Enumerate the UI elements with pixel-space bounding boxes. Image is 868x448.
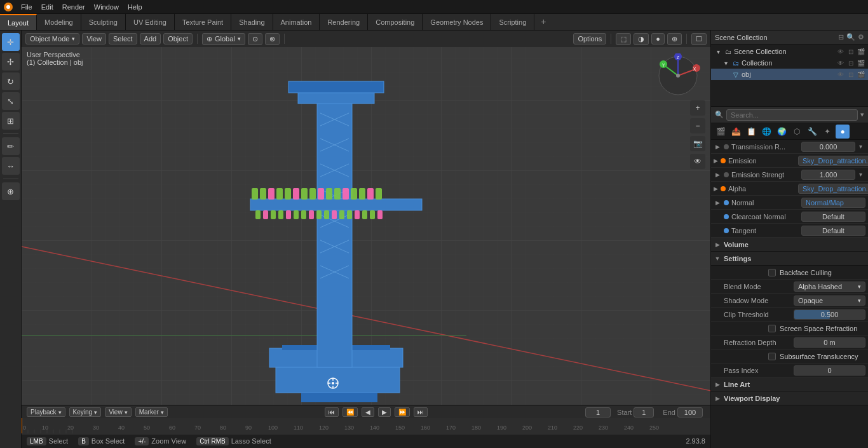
tool-move[interactable]: ✢ bbox=[2, 53, 20, 71]
tab-scripting[interactable]: Scripting bbox=[491, 14, 534, 30]
obj-viewport-btn[interactable]: 👁 bbox=[836, 70, 845, 79]
tool-annotate[interactable]: ✏ bbox=[2, 137, 20, 155]
settings-section-header[interactable]: ▼ Settings bbox=[711, 252, 868, 266]
transmission-expand[interactable]: ▶ bbox=[714, 143, 721, 151]
menu-help[interactable]: Help bbox=[123, 2, 147, 12]
timeline-view-dropdown[interactable]: View bbox=[105, 407, 132, 417]
viewport-zoom-out[interactable]: − bbox=[690, 118, 705, 133]
proportional-btn[interactable]: ⊗ bbox=[265, 33, 280, 45]
options-btn[interactable]: Options bbox=[573, 33, 606, 44]
play-btn[interactable]: ▶ bbox=[378, 407, 391, 417]
emission-expand[interactable]: ▶ bbox=[714, 157, 718, 165]
tab-rendering[interactable]: Rendering bbox=[320, 14, 368, 30]
start-frame-input[interactable] bbox=[634, 407, 654, 417]
refraction-depth-value[interactable]: 0 m bbox=[794, 337, 865, 348]
outliner-row-scene-collection[interactable]: ▾ 🗂 Scene Collection 👁 ⊡ 🎬 bbox=[711, 46, 868, 57]
props-scene-icon[interactable]: 🌐 bbox=[759, 125, 773, 139]
subsurface-translucency-checkbox[interactable] bbox=[768, 353, 776, 360]
navigation-gizmo[interactable]: X Y Z bbox=[656, 53, 700, 98]
tab-add-button[interactable]: + bbox=[534, 14, 552, 30]
shadow-mode-select[interactable]: Opaque ▾ bbox=[794, 295, 865, 306]
viewport-shading-solid[interactable]: ◑ bbox=[634, 33, 649, 45]
blend-mode-select[interactable]: Alpha Hashed ▾ bbox=[794, 282, 865, 292]
reverse-play-btn[interactable]: ◀ bbox=[362, 407, 374, 417]
viewport-eye[interactable]: 👁 bbox=[690, 154, 705, 169]
normal-expand[interactable]: ▶ bbox=[714, 199, 721, 207]
screen-space-refraction-checkbox[interactable] bbox=[768, 325, 776, 332]
restrict-render-btn[interactable]: 🎬 bbox=[857, 47, 865, 56]
coll-select-btn[interactable]: ⊡ bbox=[846, 58, 855, 67]
end-frame-input[interactable] bbox=[677, 407, 703, 417]
marker-dropdown[interactable]: Marker bbox=[135, 407, 168, 417]
coll-render-btn[interactable]: 🎬 bbox=[857, 58, 865, 67]
next-keyframe-btn[interactable]: ⏩ bbox=[395, 407, 410, 417]
props-object-icon[interactable]: ⬡ bbox=[790, 125, 804, 139]
volume-section-header[interactable]: ▶ Volume bbox=[711, 238, 868, 252]
emission-strength-expand[interactable]: ▶ bbox=[714, 171, 721, 179]
playback-dropdown[interactable]: Playback bbox=[27, 407, 65, 417]
tab-texture-paint[interactable]: Texture Paint bbox=[175, 14, 231, 30]
jump-to-end-btn[interactable]: ⏭ bbox=[414, 407, 428, 417]
normal-value[interactable]: Normal/Map bbox=[801, 198, 865, 208]
props-modifier-icon[interactable]: 🔧 bbox=[805, 125, 819, 139]
xray-toggle[interactable]: ☐ bbox=[691, 33, 707, 45]
menu-edit[interactable]: Edit bbox=[37, 2, 58, 12]
timeline-ruler[interactable]: 0 10 20 30 40 50 60 70 80 90 100 110 120… bbox=[22, 419, 710, 435]
viewport-zoom-in[interactable]: + bbox=[690, 100, 705, 116]
tab-sculpting[interactable]: Sculpting bbox=[81, 14, 126, 30]
jump-to-start-btn[interactable]: ⏮ bbox=[325, 407, 339, 417]
object-menu-btn[interactable]: Object bbox=[163, 33, 193, 44]
outliner-search-icon[interactable]: 🔍 bbox=[846, 33, 855, 41]
add-menu-btn[interactable]: Add bbox=[140, 33, 161, 44]
current-frame-input[interactable] bbox=[585, 407, 611, 417]
obj-select-btn[interactable]: ⊡ bbox=[846, 70, 855, 79]
line-art-section-header[interactable]: ▶ Line Art bbox=[711, 377, 868, 391]
tab-layout[interactable]: Layout bbox=[0, 14, 37, 30]
tangent-value[interactable]: Default bbox=[801, 226, 865, 236]
viewport-shading-wire[interactable]: ⬚ bbox=[616, 33, 631, 45]
props-filter-btn[interactable]: ▾ bbox=[860, 111, 864, 119]
clearcoat-normal-value[interactable]: Default bbox=[801, 212, 865, 222]
viewport-camera[interactable]: 📷 bbox=[690, 136, 705, 151]
outliner-filter-icon[interactable]: ⊟ bbox=[838, 33, 844, 41]
tool-scale[interactable]: ⤡ bbox=[2, 92, 20, 110]
emission-strength-extra[interactable]: ▾ bbox=[855, 171, 865, 178]
clip-threshold-value[interactable]: 0.500 bbox=[794, 309, 865, 320]
restrict-viewport-btn[interactable]: 👁 bbox=[836, 47, 845, 56]
transmission-extra-btn[interactable]: ▾ bbox=[855, 143, 865, 150]
alpha-link[interactable]: Sky_Drop_attraction... bbox=[798, 184, 868, 194]
tool-add-cube[interactable]: ⊕ bbox=[2, 182, 20, 200]
properties-search-input[interactable] bbox=[726, 109, 858, 121]
emission-strength-value[interactable]: 1.000 bbox=[801, 170, 855, 180]
outliner-row-collection[interactable]: ▾ 🗂 Collection 👁 ⊡ 🎬 bbox=[711, 57, 868, 69]
object-mode-dropdown[interactable]: Object Mode bbox=[25, 33, 79, 44]
keying-dropdown[interactable]: Keying bbox=[69, 407, 102, 417]
menu-window[interactable]: Window bbox=[90, 2, 123, 12]
tab-modeling[interactable]: Modeling bbox=[37, 14, 81, 30]
menu-render[interactable]: Render bbox=[58, 2, 90, 12]
props-particles-icon[interactable]: ✦ bbox=[820, 125, 834, 139]
tab-compositing[interactable]: Compositing bbox=[368, 14, 423, 30]
viewport-canvas[interactable] bbox=[22, 31, 710, 448]
tool-cursor[interactable]: ✛ bbox=[2, 33, 20, 51]
viewport-area[interactable]: Object Mode View Select Add Object ⊕ Glo… bbox=[22, 31, 710, 448]
tab-animation[interactable]: Animation bbox=[273, 14, 320, 30]
view-menu-btn[interactable]: View bbox=[82, 33, 106, 44]
props-material-icon[interactable]: ● bbox=[836, 125, 850, 139]
tab-uv-editing[interactable]: UV Editing bbox=[126, 14, 175, 30]
viewport-display-section-header[interactable]: ▶ Viewport Display bbox=[711, 391, 868, 405]
select-menu-btn[interactable]: Select bbox=[109, 33, 137, 44]
props-view-layer-icon[interactable]: 📋 bbox=[744, 125, 758, 139]
emission-link[interactable]: Sky_Drop_attraction... bbox=[798, 156, 868, 166]
transform-space-dropdown[interactable]: ⊕ Global bbox=[202, 33, 245, 45]
transmission-value[interactable]: 0.000 bbox=[801, 142, 855, 152]
prev-keyframe-btn[interactable]: ⏪ bbox=[342, 407, 358, 417]
restrict-select-btn[interactable]: ⊡ bbox=[846, 47, 855, 56]
snap-btn[interactable]: ⊙ bbox=[248, 33, 262, 45]
tool-measure[interactable]: ↔ bbox=[2, 157, 20, 175]
tab-geometry-nodes[interactable]: Geometry Nodes bbox=[423, 14, 491, 30]
tool-rotate[interactable]: ↻ bbox=[2, 72, 20, 90]
backface-culling-checkbox[interactable] bbox=[768, 269, 776, 276]
viewport-shading-material[interactable]: ● bbox=[651, 33, 665, 44]
coll-viewport-btn[interactable]: 👁 bbox=[836, 58, 845, 67]
